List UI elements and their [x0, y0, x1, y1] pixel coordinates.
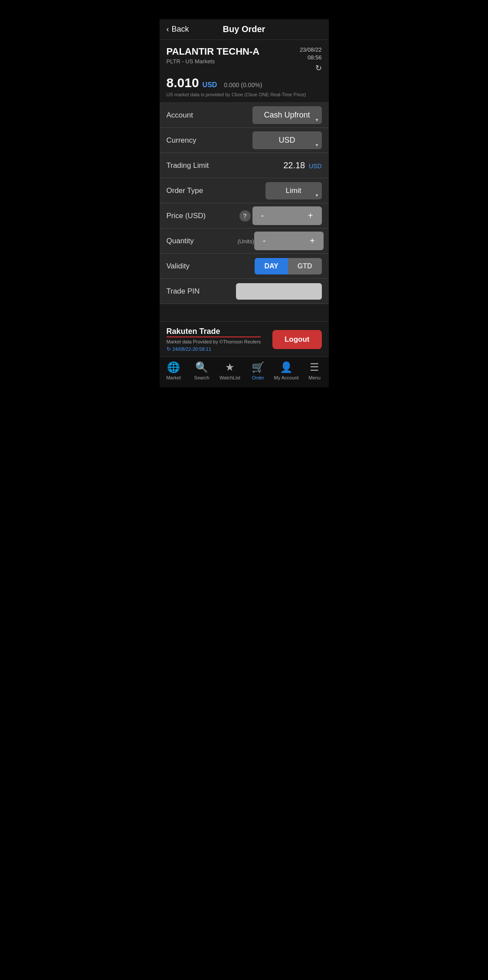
market-icon: 🌐	[167, 361, 180, 373]
brand-block: Rakuten Trade Market data Provided by ©T…	[167, 327, 261, 352]
refresh-icon[interactable]: ↻	[300, 63, 322, 73]
order-type-select[interactable]: Limit ▼	[236, 182, 322, 199]
validity-label: Validity	[167, 262, 236, 271]
tab-myaccount[interactable]: 👤 My Account	[273, 361, 299, 380]
trading-limit-label: Trading Limit	[167, 161, 236, 170]
validity-buttons: DAY GTD	[236, 258, 322, 274]
stock-header: PALANTIR TECHN-A PLTR - US Markets 23/08…	[160, 40, 329, 103]
brand-trade: Trade	[197, 327, 220, 336]
watchlist-icon: ★	[225, 361, 235, 373]
price-label-group: Price (USD) ?	[167, 210, 251, 222]
account-dropdown-arrow: ▼	[315, 118, 319, 122]
stock-ticker: PLTR - US Markets	[167, 58, 260, 65]
back-label: Back	[172, 25, 189, 34]
brand-underline	[167, 336, 261, 337]
tab-bar: 🌐 Market 🔍 Search ★ WatchList 🛒 Order 👤 …	[160, 356, 329, 387]
price-minus-button[interactable]: -	[259, 211, 266, 221]
trading-limit-row: Trading Limit 22.18 USD	[160, 153, 329, 178]
brand-rakuten: Rakuten	[167, 327, 197, 336]
quantity-minus-button[interactable]: -	[261, 236, 268, 246]
quantity-stepper[interactable]: - +	[254, 232, 324, 250]
order-type-label: Order Type	[167, 186, 236, 195]
brand-name: Rakuten Trade	[167, 327, 261, 336]
tab-search-label: Search	[194, 375, 210, 380]
trade-pin-field-container[interactable]	[236, 283, 322, 300]
stock-change: 0.000 (0.00%)	[224, 82, 262, 88]
stock-time: 08:56	[300, 54, 322, 62]
trade-pin-row: Trade PIN	[160, 279, 329, 304]
price-help-icon[interactable]: ?	[239, 210, 251, 222]
page-title: Buy Order	[223, 24, 265, 34]
price-label: Price (USD)	[167, 212, 236, 220]
back-button[interactable]: ‹ Back	[167, 25, 189, 34]
tab-market-label: Market	[166, 375, 181, 380]
stock-info: PALANTIR TECHN-A PLTR - US Markets	[167, 46, 260, 65]
tab-order[interactable]: 🛒 Order	[245, 361, 271, 380]
footer-timestamp-text: 24/08/22-20:58:11	[173, 346, 211, 352]
logout-button[interactable]: Logout	[272, 330, 322, 349]
price-stepper-box[interactable]: - +	[252, 206, 322, 225]
tab-watchlist[interactable]: ★ WatchList	[217, 361, 243, 380]
quantity-label: Quantity	[167, 237, 236, 245]
currency-value[interactable]: USD ▼	[252, 131, 322, 149]
tab-search[interactable]: 🔍 Search	[189, 361, 215, 380]
order-type-dropdown-arrow: ▼	[315, 193, 319, 198]
currency-row: Currency USD ▼	[160, 128, 329, 153]
order-type-value[interactable]: Limit ▼	[265, 182, 322, 199]
tab-myaccount-label: My Account	[274, 375, 299, 380]
nav-header: ‹ Back Buy Order	[160, 19, 329, 40]
tab-order-label: Order	[252, 375, 264, 380]
quantity-plus-button[interactable]: +	[308, 236, 317, 246]
menu-icon: ☰	[310, 361, 319, 373]
stock-disclaimer: US market data is provided by Cboe (Cboe…	[167, 92, 322, 97]
stock-name: PALANTIR TECHN-A	[167, 46, 260, 57]
back-arrow-icon: ‹	[167, 25, 169, 34]
validity-gtd-button[interactable]: GTD	[288, 258, 322, 274]
search-icon: 🔍	[195, 361, 208, 373]
order-type-row: Order Type Limit ▼	[160, 178, 329, 203]
tab-market[interactable]: 🌐 Market	[160, 361, 187, 380]
tab-menu[interactable]: ☰ Menu	[301, 361, 328, 380]
tab-watchlist-label: WatchList	[219, 375, 240, 380]
trading-limit-currency: USD	[309, 163, 322, 170]
footer-data-text: Market data Provided by ©Thomson Reuters	[167, 339, 261, 344]
footer-bar: Rakuten Trade Market data Provided by ©T…	[160, 321, 329, 356]
myaccount-icon: 👤	[280, 361, 293, 373]
quantity-row: Quantity (Units) - +	[160, 229, 329, 254]
price-plus-button[interactable]: +	[306, 211, 315, 221]
price-stepper[interactable]: - +	[251, 206, 322, 225]
trading-limit-value-container: 22.18 USD	[236, 160, 322, 170]
order-form: Account Cash Upfront ▼ Currency USD ▼ Tr…	[160, 103, 329, 304]
quantity-sub-label: (Units)	[238, 238, 254, 245]
stock-date: 23/08/22	[300, 46, 322, 54]
validity-day-button[interactable]: DAY	[255, 258, 288, 274]
currency-dropdown-arrow: ▼	[315, 143, 319, 147]
trading-limit-amount: 22.18	[283, 160, 305, 170]
quantity-stepper-box[interactable]: - +	[254, 232, 324, 250]
refresh-small-icon: ↻	[167, 346, 171, 352]
footer-timestamp: ↻ 24/08/22-20:58:11	[167, 346, 261, 352]
account-value[interactable]: Cash Upfront ▼	[252, 106, 322, 124]
currency-label: Currency	[167, 136, 236, 145]
trade-pin-label: Trade PIN	[167, 287, 236, 296]
validity-row: Validity DAY GTD	[160, 254, 329, 279]
order-icon: 🛒	[252, 361, 265, 373]
currency-select[interactable]: USD ▼	[236, 131, 322, 149]
trade-pin-input[interactable]	[236, 283, 322, 300]
account-select[interactable]: Cash Upfront ▼	[236, 106, 322, 124]
price-row: Price (USD) ? - +	[160, 203, 329, 229]
account-label: Account	[167, 111, 236, 120]
quantity-label-group: Quantity (Units)	[167, 237, 254, 245]
stock-currency: USD	[203, 81, 217, 89]
tab-menu-label: Menu	[308, 375, 321, 380]
account-row: Account Cash Upfront ▼	[160, 103, 329, 128]
status-bar	[160, 0, 329, 19]
bottom-area	[160, 304, 329, 321]
stock-datetime-block: 23/08/22 08:56 ↻	[300, 46, 322, 73]
stock-price: 8.010	[167, 75, 199, 90]
